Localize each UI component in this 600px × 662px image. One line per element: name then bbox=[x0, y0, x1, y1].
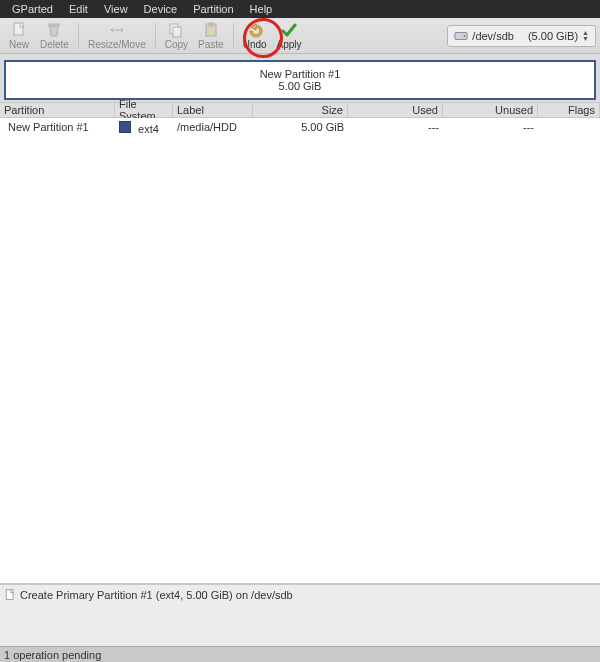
toolbar-separator bbox=[233, 23, 234, 49]
paste-button: Paste bbox=[194, 21, 228, 50]
undo-button[interactable]: Undo bbox=[239, 21, 271, 50]
apply-button[interactable]: Apply bbox=[273, 21, 306, 50]
partition-block[interactable]: New Partition #1 5.00 GiB bbox=[4, 60, 596, 100]
copy-icon bbox=[168, 22, 184, 38]
pending-operation-text: Create Primary Partition #1 (ext4, 5.00 … bbox=[20, 589, 293, 601]
col-unused[interactable]: Unused bbox=[443, 103, 538, 117]
device-size: (5.00 GiB) bbox=[528, 30, 578, 42]
cell-size: 5.00 GiB bbox=[253, 120, 348, 136]
partition-graph: New Partition #1 5.00 GiB bbox=[0, 54, 600, 102]
svg-rect-1 bbox=[49, 24, 59, 26]
copy-button: Copy bbox=[161, 21, 192, 50]
undo-label: Undo bbox=[243, 39, 267, 50]
col-filesystem[interactable]: File System bbox=[115, 103, 173, 117]
device-path: /dev/sdb bbox=[472, 30, 514, 42]
col-used[interactable]: Used bbox=[348, 103, 443, 117]
cell-flags bbox=[538, 120, 600, 136]
cell-fs-text: ext4 bbox=[138, 123, 159, 135]
apply-label: Apply bbox=[277, 39, 302, 50]
partition-block-title: New Partition #1 bbox=[260, 68, 341, 80]
menu-help[interactable]: Help bbox=[242, 2, 281, 16]
toolbar: New Delete Resize/Move Copy Paste Undo A… bbox=[0, 18, 600, 54]
new-label: New bbox=[9, 39, 29, 50]
toolbar-separator bbox=[155, 23, 156, 49]
svg-rect-8 bbox=[6, 590, 13, 600]
cell-used: --- bbox=[348, 120, 443, 136]
undo-icon bbox=[247, 22, 263, 38]
svg-rect-3 bbox=[173, 27, 181, 37]
toolbar-separator bbox=[78, 23, 79, 49]
svg-point-7 bbox=[464, 35, 466, 37]
pending-operations-panel: Create Primary Partition #1 (ext4, 5.00 … bbox=[0, 584, 600, 646]
paste-label: Paste bbox=[198, 39, 224, 50]
device-spinner[interactable]: ▲▼ bbox=[582, 30, 589, 42]
table-row[interactable]: New Partition #1 ext4 /media/HDD 5.00 Gi… bbox=[0, 118, 600, 136]
partition-table-body: New Partition #1 ext4 /media/HDD 5.00 Gi… bbox=[0, 118, 600, 584]
svg-rect-0 bbox=[14, 23, 23, 35]
copy-label: Copy bbox=[165, 39, 188, 50]
resize-button: Resize/Move bbox=[84, 21, 150, 50]
pending-operation[interactable]: Create Primary Partition #1 (ext4, 5.00 … bbox=[4, 589, 596, 601]
device-selector[interactable]: /dev/sdb (5.00 GiB) ▲▼ bbox=[447, 25, 596, 47]
status-text: 1 operation pending bbox=[4, 649, 101, 661]
trash-icon bbox=[46, 22, 62, 38]
col-flags[interactable]: Flags bbox=[538, 103, 600, 117]
fs-color-swatch bbox=[119, 121, 131, 133]
partition-table-header: Partition File System Label Size Used Un… bbox=[0, 102, 600, 118]
menubar: GParted Edit View Device Partition Help bbox=[0, 0, 600, 18]
resize-icon bbox=[109, 22, 125, 38]
menu-device[interactable]: Device bbox=[136, 2, 186, 16]
col-size[interactable]: Size bbox=[253, 103, 348, 117]
delete-button: Delete bbox=[36, 21, 73, 50]
resize-label: Resize/Move bbox=[88, 39, 146, 50]
col-label[interactable]: Label bbox=[173, 103, 253, 117]
menu-edit[interactable]: Edit bbox=[61, 2, 96, 16]
new-button: New bbox=[4, 21, 34, 50]
drive-icon bbox=[454, 29, 468, 43]
menu-partition[interactable]: Partition bbox=[185, 2, 241, 16]
svg-rect-5 bbox=[209, 23, 213, 26]
cell-label: /media/HDD bbox=[173, 120, 253, 136]
menu-gparted[interactable]: GParted bbox=[4, 2, 61, 16]
delete-label: Delete bbox=[40, 39, 69, 50]
partition-block-size: 5.00 GiB bbox=[279, 80, 322, 92]
apply-check-icon bbox=[281, 22, 297, 38]
paste-icon bbox=[203, 22, 219, 38]
document-icon bbox=[4, 589, 16, 601]
cell-unused: --- bbox=[443, 120, 538, 136]
document-new-icon bbox=[11, 22, 27, 38]
col-partition[interactable]: Partition bbox=[0, 103, 115, 117]
menu-view[interactable]: View bbox=[96, 2, 136, 16]
statusbar: 1 operation pending bbox=[0, 646, 600, 662]
cell-partition: New Partition #1 bbox=[0, 120, 115, 136]
cell-filesystem: ext4 bbox=[115, 120, 173, 136]
